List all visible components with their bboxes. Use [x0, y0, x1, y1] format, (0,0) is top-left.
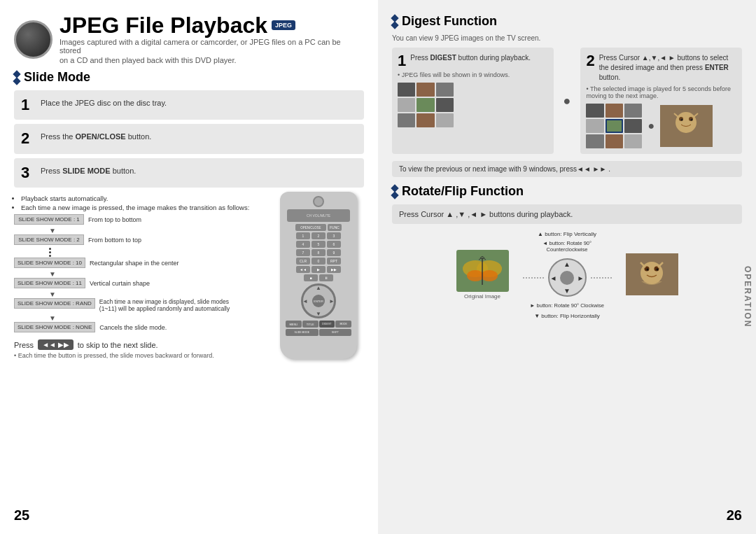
step-2-number: 2	[21, 129, 34, 148]
nav-up: ▲	[316, 285, 321, 291]
rbtn-pause: ⏸	[319, 274, 333, 281]
rotate-section: Rotate/Flip Function Press Cursor ▲ ,▼ ,…	[392, 184, 742, 319]
g-thumb-s5	[606, 119, 623, 133]
right-image-container	[626, 253, 678, 295]
original-image	[456, 250, 509, 292]
rotate-inner-circle	[560, 271, 574, 285]
mode-badge-rand: SLIDE SHOW MODE : RAND	[14, 298, 95, 309]
arrow-2: ▼	[49, 270, 266, 278]
circle-down: ▼	[564, 287, 570, 295]
rbtn-title: TITLE	[302, 321, 318, 328]
svg-point-5	[691, 119, 693, 121]
digest-grid-9	[398, 83, 454, 127]
rbtn-3: 3	[327, 232, 341, 239]
original-image-container: Original Image	[456, 250, 509, 300]
left-half: JPEG File Playback JPEG Images captured …	[0, 0, 378, 534]
g-thumb-s8	[606, 134, 623, 148]
diamond-2	[13, 77, 20, 85]
g-thumb-s2	[606, 104, 623, 118]
digest-note-1: • JPEG files will be shown in 9 windows.	[398, 71, 548, 78]
svg-point-1	[676, 112, 696, 133]
rbtn-1: 1	[296, 232, 310, 239]
dvd-logo	[14, 20, 52, 59]
mode-badge-none: SLIDE SHOW MODE : NONE	[14, 322, 95, 332]
circle-right: ►	[578, 274, 584, 281]
step-2-text: Press the OPEN/CLOSE button.	[41, 129, 151, 141]
mode-desc-none: Cancels the slide mode.	[99, 324, 167, 331]
rbtn-2: 2	[312, 232, 326, 239]
digest-step-2-num: 2	[586, 53, 594, 69]
rotate-instructions: Press Cursor ▲ ,▼ ,◄ ► buttons during pl…	[392, 204, 742, 224]
mode-row-11: SLIDE SHOW MODE : 11 Vertical curtain sh…	[14, 278, 266, 288]
remote-row-2: 1 2 3	[283, 232, 354, 239]
mode-row-none: SLIDE SHOW MODE : NONE Cancels the slide…	[14, 322, 266, 332]
nav-area: ENTER ▲ ▼ ◄ ►	[283, 283, 354, 318]
mode-row-rand: SLIDE SHOW MODE : RAND Each time a new i…	[14, 298, 266, 312]
circle-left: ◄	[550, 274, 557, 281]
remote-sensor	[313, 196, 324, 207]
slide-info-section: Playback starts automatically. Each time…	[14, 192, 266, 359]
page-number-left: 25	[14, 507, 29, 524]
mode-badge-1: SLIDE SHOW MODE : 1	[14, 214, 84, 225]
nav-down: ▼	[316, 311, 321, 317]
mode-row-10: SLIDE SHOW MODE : 10 Rectangular shape i…	[14, 258, 266, 268]
page-title: JPEG File Playback	[59, 14, 267, 36]
rbtn-digest: DIGEST	[319, 321, 335, 328]
g-thumb-s7	[586, 134, 603, 148]
cat-image	[660, 105, 713, 147]
original-label: Original Image	[456, 293, 509, 300]
rotate-diamond-2	[391, 191, 398, 199]
digest-header: Digest Function	[392, 14, 742, 29]
digest-step-1-text: Press DIGEST button during playback.	[410, 53, 531, 63]
arrow-1: ▼	[49, 227, 266, 234]
rotate-ccw-label: ◄ button: Rotate 90° Counterclockwise	[525, 240, 609, 253]
g-thumb-3	[436, 83, 454, 97]
g-thumb-s9	[624, 134, 642, 148]
page-number-right: 26	[727, 507, 742, 524]
arrow-4: ▼	[49, 314, 266, 322]
right-half: Digest Function You can view 9 JPEG imag…	[378, 0, 756, 534]
step-1-number: 1	[21, 96, 34, 114]
rotate-circle-row: ▲ ▼ ◄ ►	[523, 258, 612, 297]
digest-note-2: • The selected image is played for 5 sec…	[586, 85, 736, 99]
nav-circle-container: ENTER ▲ ▼ ◄ ►	[301, 283, 336, 318]
g-thumb-s6	[624, 119, 642, 133]
rotate-circle-container: ▲ ▼ ◄ ►	[548, 258, 587, 297]
rbtn-menu: MENU	[286, 321, 302, 328]
press-label: Press	[14, 341, 34, 349]
skip-icon: ◄◄ ▶▶	[38, 339, 74, 350]
digest-diamond-2	[391, 21, 398, 29]
remote-container: CH VOL/MUTE OPEN/CLOSE FUNC 1 2 3 4 5	[273, 192, 364, 359]
flip-horizontal-label: ▼ button: Flip Horizontally	[392, 313, 742, 319]
header-subtitle-2: on a CD and then played back with this D…	[59, 56, 364, 64]
dot-3	[49, 255, 51, 257]
step-1-box: 1 Place the JPEG disc on the disc tray.	[14, 90, 364, 120]
digest-grid-container	[398, 83, 548, 127]
g-thumb-s4	[586, 119, 603, 133]
nav-hint-text: To view the previous or next image with …	[399, 165, 610, 173]
rbtn-8: 8	[312, 249, 326, 256]
mode-badge-11: SLIDE SHOW MODE : 11	[14, 278, 85, 288]
g-thumb-9	[436, 113, 454, 127]
rbtn-clear: CLR	[296, 258, 310, 265]
digest-arrow: ●	[561, 48, 574, 154]
slide-mode-title: Slide Mode	[24, 70, 90, 85]
section-bullet	[14, 71, 20, 84]
digest-grid-9-selected	[586, 104, 642, 148]
bullet-1: Playback starts automatically.	[21, 195, 266, 202]
rbtn-slide: SLIDE MODE	[286, 329, 318, 336]
rbtn-stop: ■	[304, 274, 318, 281]
enter-label: ENTER	[314, 300, 323, 303]
remote-screen-text: CH VOL/MUTE	[307, 213, 330, 218]
g-thumb-5	[416, 98, 434, 112]
svg-point-4	[681, 119, 683, 121]
digest-steps: 1 Press DIGEST button during playback. •…	[392, 48, 742, 154]
slideshow-table: SLIDE SHOW MODE : 1 From top to bottom ▼…	[14, 214, 266, 332]
slide-mode-header: Slide Mode	[14, 70, 364, 85]
g-thumb-s3	[624, 104, 642, 118]
remote-screen: CH VOL/MUTE	[287, 209, 350, 222]
rbtn-play: ▶	[312, 266, 326, 273]
dot-line-left	[523, 277, 544, 279]
step-3-number: 3	[21, 164, 34, 182]
g-thumb-1	[398, 83, 415, 97]
